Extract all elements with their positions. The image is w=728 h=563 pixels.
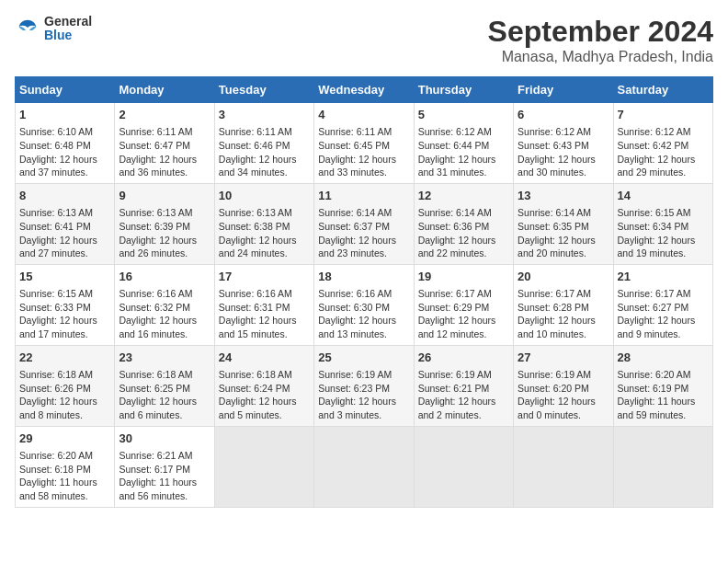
sunrise-text: Sunrise: 6:13 AM bbox=[19, 206, 110, 220]
table-row: 28Sunrise: 6:20 AMSunset: 6:19 PMDayligh… bbox=[613, 345, 712, 426]
sunrise-text: Sunrise: 6:12 AM bbox=[518, 125, 609, 139]
daylight-text: Daylight: 12 hours and 17 minutes. bbox=[19, 314, 110, 340]
sunset-text: Sunset: 6:45 PM bbox=[318, 139, 409, 153]
table-row: 23Sunrise: 6:18 AMSunset: 6:25 PMDayligh… bbox=[115, 345, 214, 426]
table-row: 24Sunrise: 6:18 AMSunset: 6:24 PMDayligh… bbox=[214, 345, 313, 426]
sunrise-text: Sunrise: 6:11 AM bbox=[119, 125, 210, 139]
sunrise-text: Sunrise: 6:14 AM bbox=[518, 206, 609, 220]
sunrise-text: Sunrise: 6:12 AM bbox=[418, 125, 509, 139]
col-sunday: Sunday bbox=[16, 77, 115, 103]
day-number: 13 bbox=[518, 188, 609, 204]
table-row: 10Sunrise: 6:13 AMSunset: 6:38 PMDayligh… bbox=[214, 183, 313, 264]
day-number: 9 bbox=[119, 188, 210, 204]
sunrise-text: Sunrise: 6:18 AM bbox=[19, 368, 110, 382]
calendar-title: September 2024 bbox=[488, 15, 713, 49]
calendar-subtitle: Manasa, Madhya Pradesh, India bbox=[488, 49, 713, 65]
table-row: 6Sunrise: 6:12 AMSunset: 6:43 PMDaylight… bbox=[514, 103, 613, 184]
title-block: September 2024 Manasa, Madhya Pradesh, I… bbox=[488, 15, 713, 65]
daylight-text: Daylight: 12 hours and 33 minutes. bbox=[318, 153, 409, 179]
table-row: 2Sunrise: 6:11 AMSunset: 6:47 PMDaylight… bbox=[115, 103, 214, 184]
sunset-text: Sunset: 6:37 PM bbox=[318, 220, 409, 234]
sunrise-text: Sunrise: 6:13 AM bbox=[219, 206, 310, 220]
sunrise-text: Sunrise: 6:19 AM bbox=[518, 368, 609, 382]
table-row: 14Sunrise: 6:15 AMSunset: 6:34 PMDayligh… bbox=[613, 183, 712, 264]
day-number: 29 bbox=[19, 431, 110, 447]
day-number: 21 bbox=[618, 269, 709, 285]
table-row: 30Sunrise: 6:21 AMSunset: 6:17 PMDayligh… bbox=[115, 426, 214, 507]
daylight-text: Daylight: 12 hours and 8 minutes. bbox=[19, 395, 110, 421]
sunrise-text: Sunrise: 6:15 AM bbox=[19, 287, 110, 301]
sunrise-text: Sunrise: 6:10 AM bbox=[19, 125, 110, 139]
sunset-text: Sunset: 6:33 PM bbox=[19, 301, 110, 315]
table-row: 21Sunrise: 6:17 AMSunset: 6:27 PMDayligh… bbox=[613, 264, 712, 345]
sunset-text: Sunset: 6:19 PM bbox=[618, 382, 709, 396]
sunset-text: Sunset: 6:39 PM bbox=[119, 220, 210, 234]
day-number: 20 bbox=[518, 269, 609, 285]
day-number: 17 bbox=[219, 269, 310, 285]
sunrise-text: Sunrise: 6:12 AM bbox=[618, 125, 709, 139]
table-row bbox=[514, 426, 613, 507]
sunrise-text: Sunrise: 6:21 AM bbox=[119, 449, 210, 463]
calendar-week-row: 29Sunrise: 6:20 AMSunset: 6:18 PMDayligh… bbox=[16, 426, 713, 507]
daylight-text: Daylight: 12 hours and 3 minutes. bbox=[318, 395, 409, 421]
sunrise-text: Sunrise: 6:17 AM bbox=[418, 287, 509, 301]
sunset-text: Sunset: 6:25 PM bbox=[119, 382, 210, 396]
day-number: 10 bbox=[219, 188, 310, 204]
day-number: 1 bbox=[19, 107, 110, 123]
sunset-text: Sunset: 6:18 PM bbox=[19, 463, 110, 477]
day-number: 15 bbox=[19, 269, 110, 285]
daylight-text: Daylight: 12 hours and 27 minutes. bbox=[19, 234, 110, 260]
table-row: 3Sunrise: 6:11 AMSunset: 6:46 PMDaylight… bbox=[214, 103, 313, 184]
calendar-week-row: 15Sunrise: 6:15 AMSunset: 6:33 PMDayligh… bbox=[16, 264, 713, 345]
calendar-header-row: Sunday Monday Tuesday Wednesday Thursday… bbox=[16, 77, 713, 103]
col-tuesday: Tuesday bbox=[214, 77, 313, 103]
calendar-week-row: 8Sunrise: 6:13 AMSunset: 6:41 PMDaylight… bbox=[16, 183, 713, 264]
sunset-text: Sunset: 6:28 PM bbox=[518, 301, 609, 315]
sunrise-text: Sunrise: 6:16 AM bbox=[318, 287, 409, 301]
table-row: 27Sunrise: 6:19 AMSunset: 6:20 PMDayligh… bbox=[514, 345, 613, 426]
day-number: 8 bbox=[19, 188, 110, 204]
daylight-text: Daylight: 12 hours and 23 minutes. bbox=[318, 234, 409, 260]
daylight-text: Daylight: 12 hours and 13 minutes. bbox=[318, 314, 409, 340]
day-number: 5 bbox=[418, 107, 509, 123]
table-row: 19Sunrise: 6:17 AMSunset: 6:29 PMDayligh… bbox=[414, 264, 513, 345]
calendar-week-row: 22Sunrise: 6:18 AMSunset: 6:26 PMDayligh… bbox=[16, 345, 713, 426]
sunrise-text: Sunrise: 6:11 AM bbox=[318, 125, 409, 139]
sunset-text: Sunset: 6:30 PM bbox=[318, 301, 409, 315]
day-number: 19 bbox=[418, 269, 509, 285]
daylight-text: Daylight: 12 hours and 36 minutes. bbox=[119, 153, 210, 179]
sunset-text: Sunset: 6:38 PM bbox=[219, 220, 310, 234]
daylight-text: Daylight: 12 hours and 6 minutes. bbox=[119, 395, 210, 421]
daylight-text: Daylight: 12 hours and 5 minutes. bbox=[219, 395, 310, 421]
table-row: 4Sunrise: 6:11 AMSunset: 6:45 PMDaylight… bbox=[314, 103, 414, 184]
sunset-text: Sunset: 6:26 PM bbox=[19, 382, 110, 396]
table-row: 22Sunrise: 6:18 AMSunset: 6:26 PMDayligh… bbox=[16, 345, 115, 426]
col-friday: Friday bbox=[514, 77, 613, 103]
sunset-text: Sunset: 6:41 PM bbox=[19, 220, 110, 234]
sunset-text: Sunset: 6:35 PM bbox=[518, 220, 609, 234]
table-row: 16Sunrise: 6:16 AMSunset: 6:32 PMDayligh… bbox=[115, 264, 214, 345]
day-number: 24 bbox=[219, 350, 310, 366]
day-number: 16 bbox=[119, 269, 210, 285]
daylight-text: Daylight: 11 hours and 58 minutes. bbox=[19, 476, 110, 502]
sunrise-text: Sunrise: 6:19 AM bbox=[318, 368, 409, 382]
col-wednesday: Wednesday bbox=[314, 77, 414, 103]
sunset-text: Sunset: 6:32 PM bbox=[119, 301, 210, 315]
daylight-text: Daylight: 11 hours and 56 minutes. bbox=[119, 476, 210, 502]
sunrise-text: Sunrise: 6:13 AM bbox=[119, 206, 210, 220]
table-row: 5Sunrise: 6:12 AMSunset: 6:44 PMDaylight… bbox=[414, 103, 513, 184]
daylight-text: Daylight: 12 hours and 34 minutes. bbox=[219, 153, 310, 179]
sunset-text: Sunset: 6:23 PM bbox=[318, 382, 409, 396]
table-row bbox=[314, 426, 414, 507]
logo-icon bbox=[15, 16, 40, 41]
table-row: 1Sunrise: 6:10 AMSunset: 6:48 PMDaylight… bbox=[16, 103, 115, 184]
sunset-text: Sunset: 6:42 PM bbox=[618, 139, 709, 153]
daylight-text: Daylight: 12 hours and 0 minutes. bbox=[518, 395, 609, 421]
daylight-text: Daylight: 12 hours and 15 minutes. bbox=[219, 314, 310, 340]
sunset-text: Sunset: 6:48 PM bbox=[19, 139, 110, 153]
table-row: 17Sunrise: 6:16 AMSunset: 6:31 PMDayligh… bbox=[214, 264, 313, 345]
col-saturday: Saturday bbox=[613, 77, 712, 103]
day-number: 27 bbox=[518, 350, 609, 366]
table-row bbox=[414, 426, 513, 507]
daylight-text: Daylight: 12 hours and 16 minutes. bbox=[119, 314, 210, 340]
